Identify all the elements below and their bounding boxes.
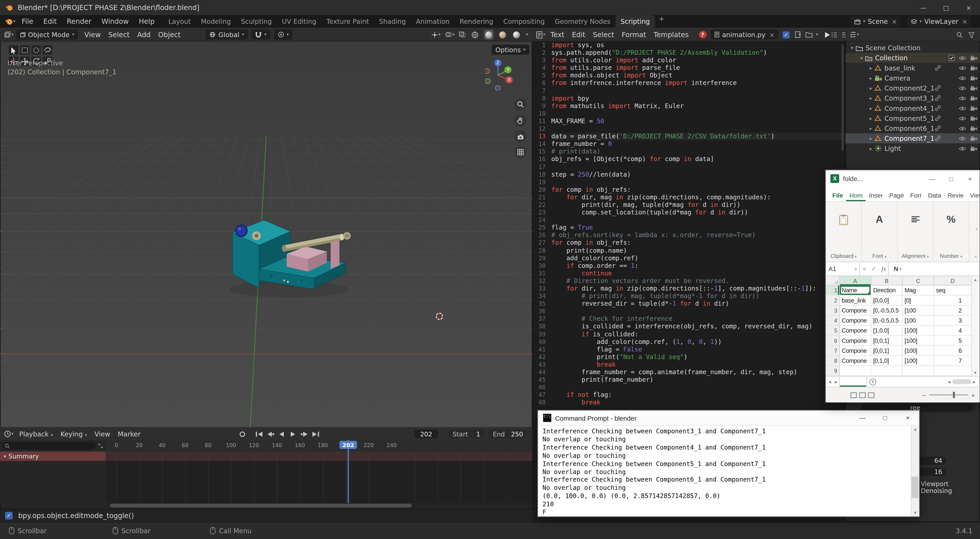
mode-dropdown[interactable]: Object Mode ▾ <box>16 30 78 40</box>
cell-B3[interactable]: [0,-0.5,0.5 <box>871 306 903 316</box>
command-prompt-window[interactable]: C:\_ Command Prompt - blender — □ × Inte… <box>538 410 920 517</box>
excel-ribbon-tab-page[interactable]: Page <box>886 192 907 201</box>
cell-C3[interactable]: [100 <box>903 306 934 316</box>
cmd-scrollbar-thumb[interactable] <box>912 477 918 498</box>
excel-ribbon-tab-revie[interactable]: Revie <box>944 192 967 201</box>
excel-close-button[interactable]: × <box>961 171 979 187</box>
timeline-horizontal-scrollbar[interactable] <box>106 503 532 508</box>
row-header-9[interactable]: 9 <box>826 366 840 376</box>
play-button[interactable] <box>288 429 299 439</box>
cell-C9[interactable] <box>903 366 934 376</box>
timeline-menu-playback[interactable]: Playback ▾ <box>15 430 57 438</box>
playhead[interactable] <box>347 440 349 503</box>
workspace-tab-modeling[interactable]: Modeling <box>196 15 236 28</box>
next-keyframe-button[interactable] <box>299 429 310 439</box>
outliner-row-camera[interactable]: ▸Camera <box>845 73 980 83</box>
snapping-dropdown[interactable]: ▾ <box>252 30 270 40</box>
expand-icon[interactable]: ▸ <box>867 126 874 131</box>
xray-toggle-icon[interactable] <box>459 31 466 38</box>
cell-C2[interactable]: [0] <box>903 296 934 306</box>
cell-A5[interactable]: Compone <box>840 326 871 336</box>
expand-icon[interactable]: ▸ <box>867 136 874 141</box>
cell-C8[interactable]: [100] <box>903 356 934 366</box>
text-menu-format[interactable]: Format <box>618 30 650 39</box>
sheet-scroll-left-icon[interactable]: ◂ <box>946 379 952 384</box>
maximize-button[interactable]: □ <box>935 0 957 15</box>
tweak-tool-icon[interactable] <box>9 45 18 55</box>
workspace-tab-shading[interactable]: Shading <box>374 15 411 28</box>
select-box-tool-icon[interactable] <box>20 45 29 55</box>
outliner-row-component5-1[interactable]: ▸Component5_1 <box>845 113 980 123</box>
confirm-entry-icon[interactable]: ✓ <box>869 265 879 272</box>
expand-icon[interactable]: ▾ <box>858 55 865 61</box>
3d-viewport[interactable]: ▾ Object Mode ▾ ViewSelectAddObject Glob… <box>0 27 532 427</box>
ribbon-more-icon[interactable]: › <box>975 226 977 232</box>
cmd-titlebar[interactable]: C:\_ Command Prompt - blender — □ × <box>538 411 919 426</box>
rotate-tool-icon[interactable] <box>31 56 41 66</box>
row-header-7[interactable]: 7 <box>826 346 840 356</box>
show-gizmo-icon[interactable]: ▾ <box>431 31 441 38</box>
outliner-row-component6-1[interactable]: ▸Component6_1 <box>845 123 980 133</box>
exclude-checkbox-icon[interactable] <box>949 55 955 61</box>
scroll-up-icon[interactable]: ▲ <box>913 427 918 431</box>
cell-B4[interactable]: [0,-0.5,0.5 <box>871 316 903 326</box>
expand-icon[interactable]: ▸ <box>867 105 874 111</box>
next-sheet-icon[interactable]: ▸ <box>833 379 839 384</box>
cmd-minimize-button[interactable]: — <box>851 411 874 425</box>
scrollbar-thumb[interactable] <box>110 504 412 507</box>
workspace-tab-uv-editing[interactable]: UV Editing <box>277 15 321 28</box>
jump-end-button[interactable] <box>311 429 321 439</box>
viewport-menu-add[interactable]: Add <box>134 30 154 39</box>
expand-icon[interactable]: ▸ <box>867 65 874 71</box>
normal-view-icon[interactable] <box>851 392 857 398</box>
ribbon-group-clipboard[interactable]: Clipboard ▾ <box>826 202 862 262</box>
cell-D6[interactable]: 5 <box>934 336 972 346</box>
hide-in-viewport-icon[interactable] <box>959 55 966 61</box>
cmd-close-button[interactable]: × <box>896 411 919 425</box>
cell-D1[interactable]: seq <box>934 285 972 295</box>
excel-ribbon-tab-inser[interactable]: Inser <box>866 192 886 201</box>
shading-rendered-button[interactable] <box>512 30 521 40</box>
topbar-menu-edit[interactable]: Edit <box>38 18 62 26</box>
zoom-out-button[interactable]: − <box>923 392 926 399</box>
ribbon-group-number[interactable]: %Number ▾ <box>934 202 969 262</box>
workspace-tab-animation[interactable]: Animation <box>411 15 455 28</box>
topbar-menu-render[interactable]: Render <box>62 18 97 26</box>
cell-A9[interactable] <box>840 366 871 376</box>
scale-tool-icon[interactable] <box>43 56 52 66</box>
row-header-3[interactable]: 3 <box>826 306 840 316</box>
disable-in-renders-icon[interactable] <box>970 145 978 151</box>
disable-in-renders-icon[interactable] <box>970 126 978 131</box>
zoom-slider-thumb[interactable] <box>953 392 955 398</box>
current-frame-field[interactable]: 202 <box>414 429 438 439</box>
outliner[interactable]: ▾ ▾Scene Collection▾Collection▸base_link… <box>845 27 980 170</box>
cancel-entry-icon[interactable]: × <box>860 265 869 272</box>
row-header-8[interactable]: 8 <box>826 356 840 366</box>
camera-view-icon[interactable] <box>514 130 527 143</box>
outliner-row-base-link[interactable]: ▸base_link <box>845 63 980 73</box>
open-text-icon[interactable] <box>805 31 813 38</box>
new-sheet-icon[interactable]: + <box>869 378 877 385</box>
disable-in-renders-icon[interactable] <box>970 85 978 91</box>
cell-B5[interactable]: [1,0,0] <box>871 326 903 336</box>
cell-B7[interactable]: [0,0,1] <box>871 346 903 356</box>
select-circle-tool-icon[interactable] <box>31 45 41 55</box>
column-header-a[interactable]: A <box>840 276 871 285</box>
cell-C5[interactable]: [100] <box>903 326 934 336</box>
select-lasso-tool-icon[interactable] <box>43 45 52 55</box>
workspace-tab-scripting[interactable]: Scripting <box>616 15 655 28</box>
hide-in-viewport-icon[interactable] <box>959 136 966 141</box>
cell-C4[interactable]: [100 <box>903 316 934 326</box>
cell-D7[interactable]: 6 <box>934 346 972 356</box>
search-icon[interactable] <box>956 31 963 38</box>
play-reverse-button[interactable] <box>277 429 288 439</box>
scroll-down-icon[interactable]: ▼ <box>913 510 918 515</box>
viewport-menu-select[interactable]: Select <box>105 30 134 39</box>
disable-in-renders-icon[interactable] <box>970 95 978 101</box>
pan-view-hand-icon[interactable] <box>514 114 527 127</box>
excel-titlebar[interactable]: X folde... — □ × <box>826 171 979 187</box>
dopesheet-area[interactable] <box>106 451 532 503</box>
end-frame-field[interactable]: End250 <box>488 429 527 439</box>
navigation-gizmo[interactable]: Z Y X <box>485 56 515 93</box>
outliner-row-component4-1[interactable]: ▸Component4_1 <box>845 103 980 113</box>
